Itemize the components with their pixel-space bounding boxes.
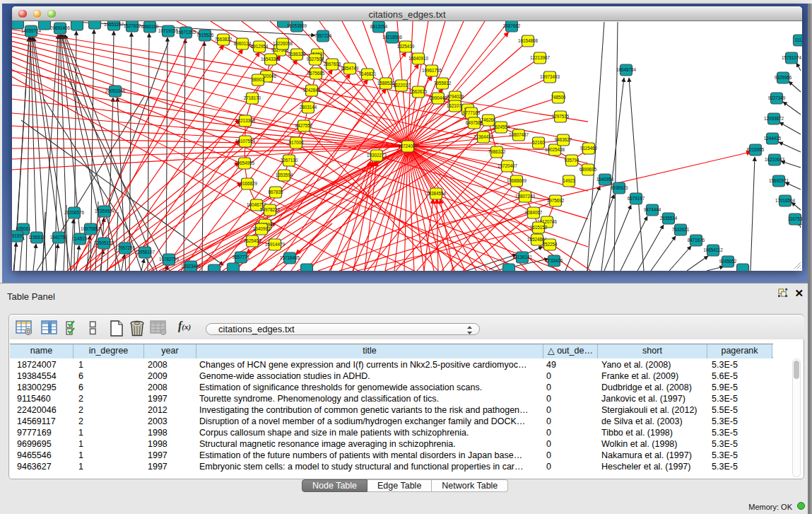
svg-text:12093872: 12093872 [764, 116, 784, 121]
svg-text:20691406: 20691406 [50, 25, 71, 30]
svg-text:16053809: 16053809 [287, 23, 307, 28]
svg-text:12923446: 12923446 [181, 264, 201, 269]
svg-text:12213967: 12213967 [530, 55, 551, 60]
svg-text:14923: 14923 [563, 178, 575, 183]
svg-text:9463627: 9463627 [555, 137, 572, 142]
svg-text:19654955: 19654955 [235, 160, 255, 165]
svg-text:2687682: 2687682 [503, 23, 521, 28]
svg-text:9084067: 9084067 [525, 210, 543, 215]
svg-text:6899695: 6899695 [579, 167, 597, 172]
svg-text:2718170: 2718170 [244, 95, 261, 100]
svg-text:8960124: 8960124 [234, 41, 252, 46]
svg-text:9777169: 9777169 [463, 110, 481, 115]
svg-text:2935514: 2935514 [660, 216, 678, 221]
svg-text:8938923: 8938923 [611, 185, 628, 190]
svg-text:10973493: 10973493 [540, 74, 560, 79]
svg-text:1156819: 1156819 [28, 235, 46, 240]
svg-text:16914479: 16914479 [265, 242, 286, 247]
svg-text:1975692: 1975692 [547, 198, 565, 203]
svg-text:9227349: 9227349 [768, 95, 786, 100]
svg-text:7632621: 7632621 [672, 227, 690, 232]
svg-text:1640954: 1640954 [596, 177, 614, 182]
svg-text:1588520: 1588520 [377, 81, 395, 86]
svg-text:18724007: 18724007 [398, 144, 418, 148]
svg-text:1562615: 1562615 [410, 89, 428, 94]
svg-text:252254: 252254 [542, 242, 558, 247]
svg-text:9794028: 9794028 [447, 94, 464, 99]
svg-text:13226058: 13226058 [273, 41, 293, 46]
svg-text:9474444: 9474444 [644, 207, 661, 212]
svg-text:10025438: 10025438 [545, 147, 565, 152]
svg-text:16210643: 16210643 [765, 157, 785, 162]
svg-text:2803144: 2803144 [300, 105, 317, 110]
svg-text:1942757: 1942757 [50, 235, 68, 240]
svg-text:9327508: 9327508 [307, 57, 324, 62]
svg-text:12505135: 12505135 [94, 240, 114, 245]
svg-text:114519: 114519 [73, 236, 88, 241]
svg-text:7625402: 7625402 [244, 238, 261, 243]
svg-text:1322037: 1322037 [393, 83, 411, 88]
svg-text:14136141: 14136141 [512, 255, 533, 259]
svg-text:8990448: 8990448 [430, 95, 447, 100]
svg-text:3675685: 3675685 [307, 71, 325, 76]
svg-text:935794: 935794 [564, 158, 579, 163]
svg-text:1112: 1112 [794, 37, 802, 42]
svg-text:1297515: 1297515 [552, 114, 570, 119]
svg-text:16640910: 16640910 [408, 56, 429, 61]
svg-text:391591: 391591 [12, 233, 25, 238]
svg-text:3624554: 3624554 [493, 124, 510, 129]
svg-text:26206576: 26206576 [64, 210, 85, 215]
svg-text:15751074: 15751074 [782, 55, 802, 60]
svg-text:19302273: 19302273 [367, 153, 387, 158]
svg-text:12213369: 12213369 [235, 118, 256, 123]
svg-text:62160: 62160 [532, 140, 545, 145]
svg-text:9245652: 9245652 [719, 259, 737, 264]
svg-text:7955812: 7955812 [434, 81, 452, 86]
svg-text:9146821: 9146821 [359, 71, 377, 76]
svg-text:8912954: 8912954 [251, 44, 269, 49]
svg-text:10975857: 10975857 [81, 226, 101, 231]
svg-text:20053346: 20053346 [105, 88, 126, 93]
svg-text:3267130: 3267130 [281, 158, 298, 163]
svg-text:8471676: 8471676 [688, 238, 705, 243]
svg-text:21364436: 21364436 [473, 134, 494, 139]
svg-text:1325419: 1325419 [397, 44, 415, 49]
svg-text:10688609: 10688609 [507, 178, 527, 183]
svg-text:16671355: 16671355 [176, 30, 196, 35]
svg-text:17957255: 17957255 [115, 245, 136, 250]
svg-text:10958107: 10958107 [135, 250, 155, 255]
svg-text:8186328: 8186328 [288, 52, 306, 57]
svg-text:7663822: 7663822 [215, 37, 233, 42]
svg-text:9115460: 9115460 [580, 146, 598, 151]
svg-text:16648784: 16648784 [616, 67, 637, 72]
svg-text:116753: 116753 [788, 216, 802, 221]
svg-text:7357224: 7357224 [314, 33, 332, 38]
svg-text:16154808: 16154808 [518, 38, 539, 43]
svg-text:1640993: 1640993 [253, 226, 271, 231]
svg-text:748500: 748500 [551, 95, 566, 100]
svg-text:16107554: 16107554 [235, 139, 256, 144]
svg-text:8215955: 8215955 [747, 147, 765, 152]
svg-text:10961755: 10961755 [422, 68, 442, 73]
svg-text:6466160: 6466160 [141, 24, 159, 29]
svg-text:8854749: 8854749 [341, 66, 359, 71]
svg-text:1615152: 1615152 [530, 225, 548, 230]
svg-text:9329966: 9329966 [775, 75, 792, 80]
svg-text:14055724: 14055724 [21, 28, 42, 33]
svg-text:7515526: 7515526 [196, 33, 214, 37]
svg-text:9242848: 9242848 [303, 88, 321, 93]
svg-text:15720407: 15720407 [498, 163, 518, 168]
svg-text:19166829: 19166829 [237, 181, 258, 186]
svg-text:98901: 98901 [252, 77, 264, 82]
svg-text:19218506: 19218506 [382, 35, 403, 40]
svg-text:1733426: 1733426 [546, 258, 563, 263]
svg-text:54978222: 54978222 [260, 207, 281, 212]
svg-text:16782759: 16782759 [159, 257, 180, 262]
svg-text:10653267: 10653267 [104, 22, 124, 27]
svg-text:10654112: 10654112 [703, 247, 723, 252]
svg-text:17016504: 17016504 [775, 198, 796, 203]
svg-text:17359924: 17359924 [95, 209, 115, 214]
svg-text:10807487: 10807487 [509, 132, 529, 137]
svg-text:8813054: 8813054 [370, 24, 388, 29]
svg-text:2867608: 2867608 [324, 62, 341, 66]
